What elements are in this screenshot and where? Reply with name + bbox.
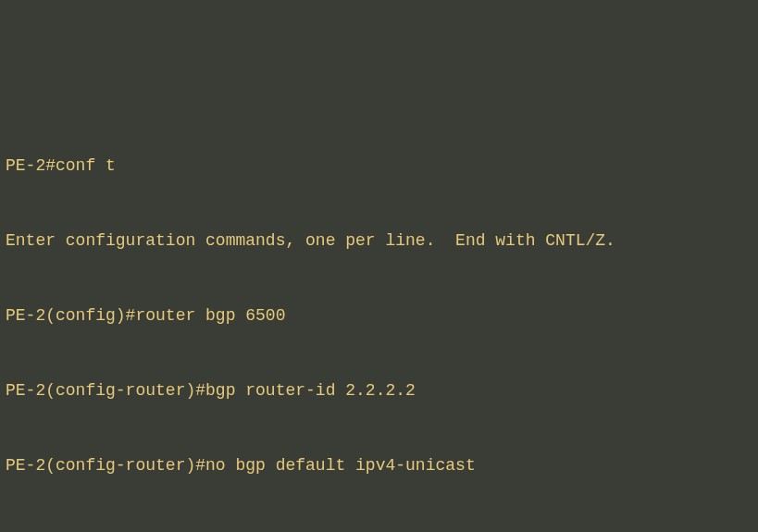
terminal-output: PE-2#conf t Enter configuration commands… [0,100,758,532]
terminal-line: Enter configuration commands, one per li… [6,229,752,254]
terminal-line: PE-2#conf t [6,154,752,179]
terminal-line: PE-2(config-router)#bgp router-id 2.2.2.… [6,378,752,403]
terminal-line: PE-2(config)#router bgp 6500 [6,303,752,328]
terminal-line: PE-2(config-router)#neighbor 1.1.1.1 rem… [6,528,752,532]
terminal-line: PE-2(config-router)#no bgp default ipv4-… [6,453,752,478]
